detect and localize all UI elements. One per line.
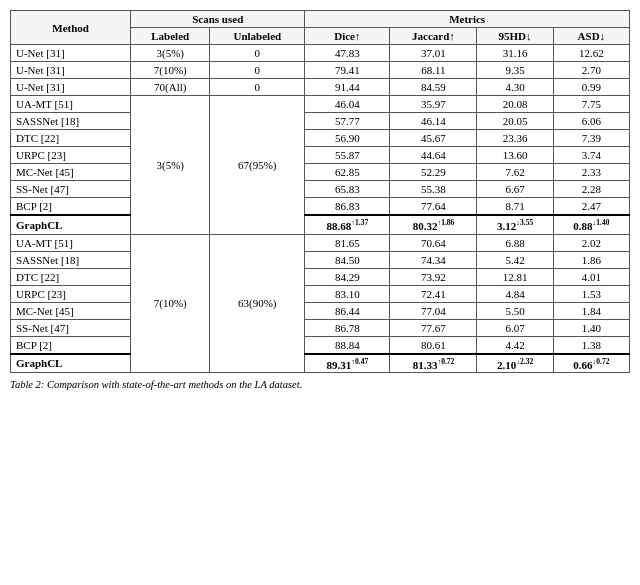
table-row: UA-MT [51]7(10%)63(90%)81.6570.646.882.0… [11, 234, 630, 251]
dice-cell: 55.87 [305, 147, 390, 164]
dice-cell: 56.90 [305, 130, 390, 147]
hd95-cell: 4.42 [477, 336, 553, 354]
unlabeled-cell: 67(95%) [210, 96, 305, 235]
hd95-cell: 2.10↓2.32 [477, 354, 553, 373]
unlabeled-cell: 63(90%) [210, 234, 305, 373]
hd95-cell: 8.71 [477, 198, 553, 216]
labeled-cell: 70(All) [131, 79, 210, 96]
dice-cell: 88.84 [305, 336, 390, 354]
table-row: DTC [22]84.2973.9212.814.01 [11, 268, 630, 285]
dice-cell: 88.68↑1.37 [305, 215, 390, 234]
asd-cell: 4.01 [553, 268, 629, 285]
jaccard-cell: 84.59 [390, 79, 477, 96]
table-row: SS-Net [47]86.7877.676.071.40 [11, 319, 630, 336]
dice-cell: 46.04 [305, 96, 390, 113]
method-cell: UA-MT [51] [11, 96, 131, 113]
asd-cell: 2.28 [553, 181, 629, 198]
jaccard-cell: 70.64 [390, 234, 477, 251]
method-cell: MC-Net [45] [11, 164, 131, 181]
method-cell: GraphCL [11, 215, 131, 234]
hd95-cell: 4.84 [477, 285, 553, 302]
jaccard-cell: 46.14 [390, 113, 477, 130]
table-container: Method Scans used Metrics Labeled Unlabe… [10, 10, 630, 390]
hd95-cell: 23.36 [477, 130, 553, 147]
jaccard-cell: 52.29 [390, 164, 477, 181]
comparison-table: Method Scans used Metrics Labeled Unlabe… [10, 10, 630, 373]
metrics-header: Metrics [305, 11, 630, 28]
jaccard-cell: 77.04 [390, 302, 477, 319]
method-cell: U-Net [31] [11, 45, 131, 62]
table-row: GraphCL89.31↑0.4781.33↑0.722.10↓2.320.66… [11, 354, 630, 373]
hd95-cell: 20.08 [477, 96, 553, 113]
labeled-header: Labeled [131, 28, 210, 45]
dice-cell: 84.29 [305, 268, 390, 285]
dice-cell: 86.44 [305, 302, 390, 319]
asd-cell: 1.86 [553, 251, 629, 268]
asd-cell: 6.06 [553, 113, 629, 130]
jaccard-cell: 55.38 [390, 181, 477, 198]
jaccard-cell: 45.67 [390, 130, 477, 147]
method-cell: UA-MT [51] [11, 234, 131, 251]
labeled-cell: 7(10%) [131, 234, 210, 373]
jaccard-cell: 81.33↑0.72 [390, 354, 477, 373]
method-cell: MC-Net [45] [11, 302, 131, 319]
asd-cell: 2.02 [553, 234, 629, 251]
dice-cell: 57.77 [305, 113, 390, 130]
dice-cell: 91.44 [305, 79, 390, 96]
table-row: GraphCL88.68↑1.3780.32↑1.863.12↓3.550.88… [11, 215, 630, 234]
table-row: URPC [23]55.8744.6413.603.74 [11, 147, 630, 164]
unlabeled-cell: 0 [210, 62, 305, 79]
asd-cell: 1.53 [553, 285, 629, 302]
jaccard-cell: 72.41 [390, 285, 477, 302]
asd-cell: 2.33 [553, 164, 629, 181]
dice-cell: 83.10 [305, 285, 390, 302]
asd-cell: 0.66↓0.72 [553, 354, 629, 373]
hd95-cell: 7.62 [477, 164, 553, 181]
asd-cell: 3.74 [553, 147, 629, 164]
asd-cell: 0.88↓1.40 [553, 215, 629, 234]
asd-header: ASD↓ [553, 28, 629, 45]
hd95-header: 95HD↓ [477, 28, 553, 45]
method-header: Method [11, 11, 131, 45]
dice-cell: 81.65 [305, 234, 390, 251]
method-cell: U-Net [31] [11, 79, 131, 96]
dice-header: Dice↑ [305, 28, 390, 45]
hd95-cell: 3.12↓3.55 [477, 215, 553, 234]
method-cell: URPC [23] [11, 285, 131, 302]
method-cell: SASSNet [18] [11, 113, 131, 130]
hd95-cell: 31.16 [477, 45, 553, 62]
method-cell: SS-Net [47] [11, 181, 131, 198]
hd95-cell: 6.67 [477, 181, 553, 198]
jaccard-cell: 80.61 [390, 336, 477, 354]
table-row: SASSNet [18]84.5074.345.421.86 [11, 251, 630, 268]
hd95-cell: 20.05 [477, 113, 553, 130]
asd-cell: 2.47 [553, 198, 629, 216]
labeled-cell: 3(5%) [131, 45, 210, 62]
table-row: URPC [23]83.1072.414.841.53 [11, 285, 630, 302]
method-cell: GraphCL [11, 354, 131, 373]
jaccard-header: Jaccard↑ [390, 28, 477, 45]
table-row: U-Net [31]3(5%)047.8337.0131.1612.62 [11, 45, 630, 62]
dice-cell: 79.41 [305, 62, 390, 79]
asd-cell: 1.40 [553, 319, 629, 336]
dice-cell: 84.50 [305, 251, 390, 268]
method-cell: SASSNet [18] [11, 251, 131, 268]
method-cell: DTC [22] [11, 130, 131, 147]
hd95-cell: 6.07 [477, 319, 553, 336]
jaccard-cell: 37.01 [390, 45, 477, 62]
jaccard-cell: 74.34 [390, 251, 477, 268]
method-cell: DTC [22] [11, 268, 131, 285]
table-row: BCP [2]88.8480.614.421.38 [11, 336, 630, 354]
table-row: MC-Net [45]62.8552.297.622.33 [11, 164, 630, 181]
asd-cell: 12.62 [553, 45, 629, 62]
dice-cell: 86.83 [305, 198, 390, 216]
header-row-1: Method Scans used Metrics [11, 11, 630, 28]
jaccard-cell: 68.11 [390, 62, 477, 79]
table-row: MC-Net [45]86.4477.045.501.84 [11, 302, 630, 319]
table-row: U-Net [31]70(All)091.4484.594.300.99 [11, 79, 630, 96]
method-cell: U-Net [31] [11, 62, 131, 79]
hd95-cell: 13.60 [477, 147, 553, 164]
table-row: UA-MT [51]3(5%)67(95%)46.0435.9720.087.7… [11, 96, 630, 113]
hd95-cell: 12.81 [477, 268, 553, 285]
hd95-cell: 6.88 [477, 234, 553, 251]
